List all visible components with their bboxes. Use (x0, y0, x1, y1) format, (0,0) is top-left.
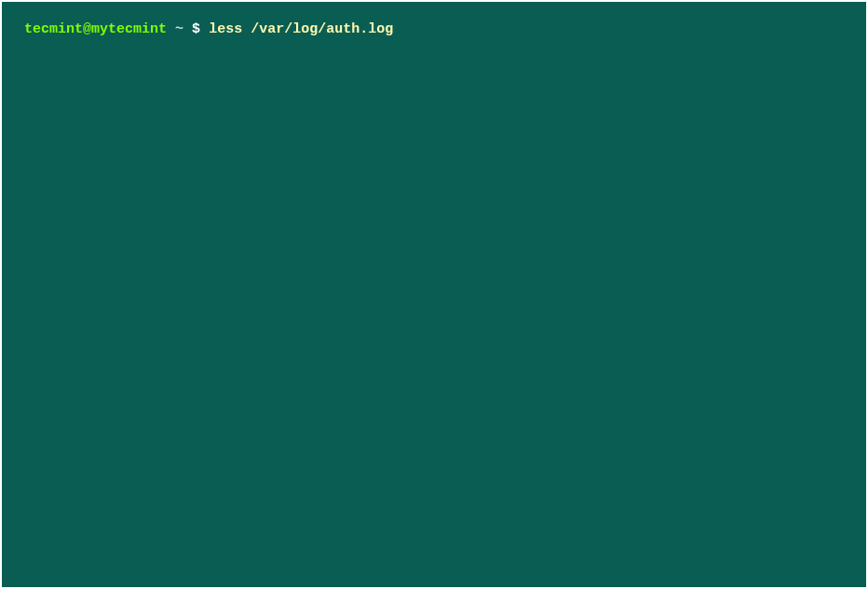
prompt-user-host: tecmint@mytecmint (24, 21, 167, 37)
command-input[interactable]: less /var/log/auth.log (209, 21, 393, 37)
prompt-symbol: $ (192, 21, 200, 37)
prompt-cwd: ~ (175, 21, 183, 37)
terminal-window[interactable]: tecmint@mytecmint ~ $ less /var/log/auth… (2, 2, 866, 41)
